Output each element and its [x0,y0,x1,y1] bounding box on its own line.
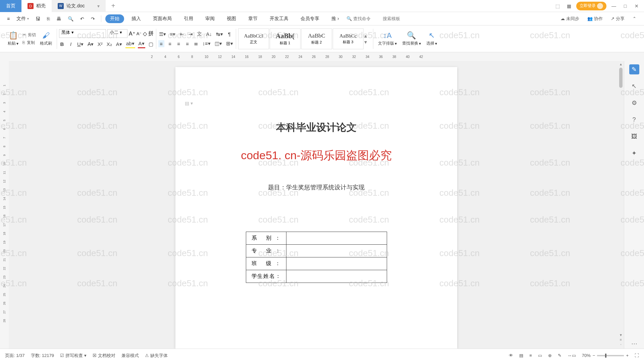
ribbon-tab-review[interactable]: 审阅 [201,14,219,24]
template-search-input[interactable] [383,16,410,21]
sidepanel-settings-icon[interactable]: ⚙ [629,98,639,108]
scroll-up-icon[interactable]: ▲ [619,62,623,67]
template-search[interactable] [383,16,410,21]
ribbon-tab-devtools[interactable]: 开发工具 [265,14,293,24]
sort-button[interactable]: A↓ [205,31,213,38]
shading-button[interactable]: ◫▾ [214,40,223,47]
shrink-font-icon[interactable]: A⁻ [137,31,142,36]
file-menu[interactable]: 文件▾ [14,14,31,23]
cut-button[interactable]: ✂ 剪切 [22,32,36,38]
tab-menu-icon[interactable]: ▾ [97,3,100,9]
style-h3[interactable]: AaBbCc标题 3 [333,28,364,49]
login-button[interactable]: 立即登录 [576,2,606,10]
maximize-button[interactable]: □ [621,2,629,10]
copy-button[interactable]: ⎘ 复制 [22,40,36,46]
zoom-out-button[interactable]: − [593,353,595,358]
compat-mode[interactable]: 兼容模式 [121,353,139,359]
sidepanel-pen-icon[interactable]: ✎ [629,64,639,74]
font-family-select[interactable]: 黑体 ▾ [59,29,106,38]
coop-button[interactable]: 👥协作 [585,16,605,22]
collapse-ribbon-icon[interactable]: ⌃ [630,16,639,21]
numbering-button[interactable]: ≡▾ [169,31,176,38]
align-left-button[interactable]: ≡ [158,40,164,47]
ruler-vertical[interactable]: 1234567891011121314151617181920212223242… [0,61,9,349]
bold-button[interactable]: B [59,41,65,48]
format-painter[interactable]: 🖌 格式刷 [37,27,55,51]
highlight-button[interactable]: ab▾ [125,40,135,48]
ribbon-tab-more[interactable]: 推 › [327,14,344,24]
field-major-value[interactable] [286,245,387,257]
page-nav-icon[interactable]: ◦ [619,343,623,347]
sidepanel-cursor-icon[interactable]: ↖ [629,81,639,91]
close-button[interactable]: ✕ [633,2,641,10]
text-layout-button[interactable]: ↕A文字排版▾ [375,27,399,51]
page-up-icon[interactable]: ≡ [619,338,623,343]
clear-format-icon[interactable]: ◇ [143,31,147,37]
underline-button[interactable]: U▾ [76,41,84,48]
asian-layout-button[interactable]: 文 [196,30,203,38]
preview-icon[interactable]: 🔍 [66,15,75,23]
borders-button[interactable]: ⊞▾ [225,40,234,47]
header-toggle-icon[interactable]: ▤ ▾ [185,101,193,106]
command-search[interactable]: 🔍 [346,16,380,21]
vertical-scrollbar[interactable]: ▲ ▼ ≡ ◦ [619,62,623,347]
apps-icon[interactable]: ▦ [565,2,573,10]
ribbon-tab-layout[interactable]: 页面布局 [148,14,176,24]
ruler-horizontal[interactable]: 24681012141618202224262830323436384042 [0,52,644,61]
ribbon-tab-view[interactable]: 视图 [222,14,241,24]
command-search-input[interactable] [353,16,380,21]
bullets-button[interactable]: ☰▾ [158,31,167,38]
spell-check-toggle[interactable]: ☑ 拼写检查 ▾ [60,353,87,359]
view-read-icon[interactable]: ▭ [538,353,542,358]
font-size-select[interactable]: 小二 ▾ [107,29,127,38]
text-effect-button[interactable]: A▾ [115,41,123,48]
minimize-button[interactable]: — [610,2,618,10]
sidepanel-more-icon[interactable]: ⋯ [629,339,639,349]
show-marks-button[interactable]: ¶ [226,31,232,38]
style-more-button[interactable]: ▴▾ [364,28,371,49]
tab-daoke[interactable]: D稻壳 [21,0,52,12]
zoom-level[interactable]: 70% [582,353,591,358]
decrease-indent-button[interactable]: ⇤ [179,31,185,38]
ribbon-tab-reference[interactable]: 引用 [179,14,198,24]
scroll-thumb[interactable] [619,68,623,88]
redo-icon[interactable]: ↷ [89,15,97,23]
field-class-value[interactable] [286,257,387,270]
align-justify-button[interactable]: ≡ [184,40,191,47]
view-edit-icon[interactable]: ✎ [558,353,561,358]
sidepanel-image-icon[interactable]: 🖼 [629,131,639,141]
increase-indent-button[interactable]: ⇥ [187,31,194,38]
superscript-button[interactable]: X² [97,41,103,48]
export-icon[interactable]: ⎘ [45,15,52,23]
fullscreen-icon[interactable]: ⛶ [635,353,639,358]
missing-fonts[interactable]: ⚠ 缺失字体 [145,353,168,359]
document-page[interactable]: ▤ ▾ 本科毕业设计论文 code51. cn-源码乐园盗图必究 题目：学生奖惩… [175,67,457,349]
sidepanel-help-icon[interactable]: ? [629,115,639,125]
tab-document[interactable]: W论文.doc▾ [52,0,106,12]
view-outline-icon[interactable]: ≡ [529,353,532,358]
zoom-in-button[interactable]: + [626,353,629,358]
sync-status[interactable]: ☁未同步 [558,16,582,22]
print-icon[interactable]: 🖶 [54,15,63,23]
ribbon-tab-start[interactable]: 开始 [105,14,124,23]
style-body[interactable]: AaBbCcI正文 [238,28,269,49]
select-button[interactable]: ↖选择▾ [424,27,440,51]
style-h1[interactable]: AaBb(标题 1 [270,28,301,49]
zoom-slider[interactable] [597,355,624,356]
subscript-button[interactable]: X₂ [106,41,113,48]
proofread-button[interactable]: ☒ 文档校对 [93,353,115,359]
scroll-down-icon[interactable]: ▼ [619,333,623,338]
field-dept-value[interactable] [286,232,387,245]
tab-button[interactable]: ↹▾ [215,31,224,38]
phonetic-icon[interactable]: 拼 [148,30,154,37]
paste-group[interactable]: 📋 粘贴▾ [5,27,21,51]
field-name-value[interactable] [286,270,387,283]
ribbon-tab-member[interactable]: 会员专享 [296,14,324,24]
eye-mode-icon[interactable]: 👁 [509,353,513,358]
italic-button[interactable]: I [68,41,74,48]
fit-width-icon[interactable]: ↔▭ [568,353,576,358]
char-border-button[interactable]: ▢ [148,41,154,48]
hamburger-icon[interactable]: ≡ [5,15,12,23]
page-indicator[interactable]: 页面: 1/37 [5,353,25,359]
undo-icon[interactable]: ↶ [78,15,86,23]
